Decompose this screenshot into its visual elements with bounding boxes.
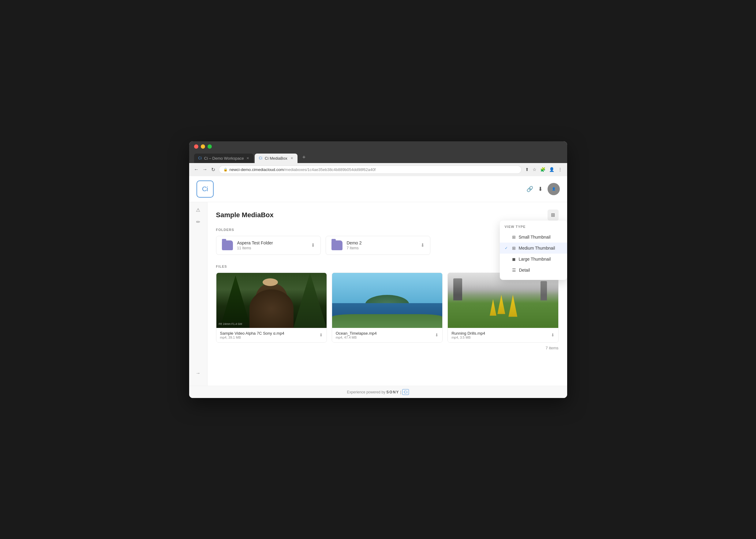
file-thumbnail-forest: FE 24mm F1.4 GM α7C [216, 273, 327, 328]
browser-chrome: Ci Ci – Demo Workspace ✕ Ci Ci MediaBox … [189, 141, 567, 163]
ci-footer-logo: Ci [402, 389, 409, 395]
page-title: Sample MediaBox [216, 211, 274, 219]
back-button[interactable]: ← [194, 167, 199, 172]
folder-count: 11 Items [237, 246, 307, 250]
file-name-1: Sample Video Alpha 7C Sony α.mp4 [220, 331, 284, 336]
file-details-2: Ocean_Timelapse.mp4 mp4, 47.4 MB [336, 331, 377, 339]
sony-logo: SONY [386, 390, 399, 394]
files-grid: FE 24mm F1.4 GM α7C Sample Video Alpha [216, 272, 558, 343]
file-details-1: Sample Video Alpha 7C Sony α.mp4 mp4, 39… [220, 331, 284, 339]
file-download-icon-1[interactable]: ⬇ [319, 333, 323, 338]
folder-name-2: Demo 2 [347, 240, 416, 245]
tab-label-active: Ci MediaBox [265, 156, 288, 161]
reload-button[interactable]: ↻ [211, 167, 215, 173]
url-display: newci-demo.cimediacloud.com/mediaboxes/1… [229, 167, 376, 172]
tab-label: Ci – Demo Workspace [204, 156, 244, 161]
file-card-forest[interactable]: FE 24mm F1.4 GM α7C Sample Video Alpha [216, 272, 327, 343]
folder-name: Aspera Test Folder [237, 240, 307, 245]
ci-logo[interactable]: Ci [197, 181, 213, 197]
file-card-soccer[interactable]: Running Drills.mp4 mp4, 3.5 MB ⬇ [448, 272, 558, 343]
file-meta-2: mp4, 47.4 MB [336, 336, 377, 339]
content-area: Sample MediaBox ⊞ FOLDERS Aspera Test Fo… [208, 202, 567, 386]
file-download-icon-3[interactable]: ⬇ [551, 333, 554, 338]
alert-icon[interactable]: ⚠ [196, 207, 200, 213]
folder-icon-2 [331, 240, 343, 250]
tabs-bar: Ci Ci – Demo Workspace ✕ Ci Ci MediaBox … [194, 152, 562, 163]
camera-label: FE 24mm F1.4 GM [219, 322, 242, 326]
lock-icon: 🔒 [223, 168, 228, 172]
main-layout: ⚠ ✏ → Sample MediaBox ⊞ FOLDERS [189, 202, 567, 386]
new-tab-button[interactable]: + [299, 152, 309, 163]
app-header: Ci 🔗 ⬇ 👤 [189, 176, 567, 202]
folder-info: Aspera Test Folder 11 Items [237, 240, 307, 250]
header-actions: 🔗 ⬇ 👤 [527, 183, 560, 195]
content-footer: 7 items [216, 343, 558, 353]
view-type-dropdown: VIEW TYPE ⊞ Small Thumbnail ✓ ⊞ Medium T… [500, 221, 567, 280]
grid-icon: ⊞ [551, 212, 555, 218]
file-thumbnail-soccer [448, 273, 558, 328]
tab-icon-active: Ci [259, 156, 262, 160]
tab-close-active-icon[interactable]: ✕ [291, 156, 293, 160]
view-option-large-label: Large Thumbnail [519, 257, 551, 262]
edit-icon[interactable]: ✏ [196, 219, 200, 225]
browser-toolbar: ⬆ ☆ 🧩 👤 ⋮ [525, 167, 562, 172]
folder-download-icon-2[interactable]: ⬇ [421, 242, 425, 248]
view-option-small-label: Small Thumbnail [519, 235, 550, 240]
file-info-1: Sample Video Alpha 7C Sony α.mp4 mp4, 39… [216, 328, 327, 342]
menu-icon[interactable]: ⋮ [558, 167, 562, 172]
view-option-small[interactable]: ⊞ Small Thumbnail [500, 232, 567, 243]
file-name-2: Ocean_Timelapse.mp4 [336, 331, 377, 336]
tab-close-icon[interactable]: ✕ [246, 156, 249, 160]
download-icon[interactable]: ⬇ [538, 186, 543, 193]
file-name-3: Running Drills.mp4 [452, 331, 485, 336]
profile-icon[interactable]: 👤 [549, 167, 554, 172]
dropdown-header: VIEW TYPE [500, 225, 567, 232]
extensions-icon[interactable]: 🧩 [540, 167, 546, 172]
sidebar: ⚠ ✏ → [189, 202, 208, 386]
powered-by-text: Experience powered by [347, 390, 385, 394]
address-bar-row: ← → ↻ 🔒 newci-demo.cimediacloud.com/medi… [189, 163, 567, 176]
browser-window: Ci Ci – Demo Workspace ✕ Ci Ci MediaBox … [189, 141, 567, 398]
view-option-detail-label: Detail [519, 268, 530, 272]
view-option-detail[interactable]: ☰ Detail [500, 265, 567, 275]
items-count: 7 items [546, 346, 558, 350]
address-bar[interactable]: 🔒 newci-demo.cimediacloud.com/mediaboxes… [219, 166, 522, 174]
page-footer: Experience powered by SONY | Ci [189, 386, 567, 398]
page-header: Sample MediaBox ⊞ [216, 209, 558, 221]
close-button[interactable] [194, 144, 198, 149]
view-option-medium[interactable]: ✓ ⊞ Medium Thumbnail [500, 243, 567, 254]
large-grid-icon: ◼ [512, 257, 516, 262]
forward-button[interactable]: → [203, 167, 208, 172]
file-details-3: Running Drills.mp4 mp4, 3.5 MB [452, 331, 485, 339]
maximize-button[interactable] [208, 144, 212, 149]
tab-ci-mediabox[interactable]: Ci Ci MediaBox ✕ [255, 154, 297, 163]
medium-grid-icon: ⊞ [512, 246, 516, 251]
view-option-large[interactable]: ◼ Large Thumbnail [500, 254, 567, 265]
file-card-ocean[interactable]: Ocean_Timelapse.mp4 mp4, 47.4 MB ⬇ [332, 272, 443, 343]
bookmark-icon[interactable]: ☆ [533, 167, 537, 172]
view-option-medium-label: Medium Thumbnail [519, 246, 555, 251]
folder-download-icon[interactable]: ⬇ [311, 242, 315, 248]
minimize-button[interactable] [201, 144, 205, 149]
detail-list-icon: ☰ [512, 268, 516, 272]
folder-info-2: Demo 2 7 Items [347, 240, 416, 250]
folder-card-aspera[interactable]: Aspera Test Folder 11 Items ⬇ [216, 236, 321, 255]
file-meta-3: mp4, 3.5 MB [452, 336, 485, 339]
share-icon[interactable]: ⬆ [525, 167, 529, 172]
check-medium: ✓ [505, 246, 509, 250]
file-meta-1: mp4, 39.1 MB [220, 336, 284, 339]
traffic-lights [194, 144, 562, 149]
tab-icon: Ci [198, 156, 202, 160]
small-grid-icon: ⊞ [512, 235, 516, 240]
sidebar-expand-button[interactable]: → [196, 370, 201, 376]
file-info-3: Running Drills.mp4 mp4, 3.5 MB ⬇ [448, 328, 558, 342]
file-info-2: Ocean_Timelapse.mp4 mp4, 47.4 MB ⬇ [332, 328, 442, 342]
folder-count-2: 7 Items [347, 246, 416, 250]
user-avatar[interactable]: 👤 [547, 183, 560, 195]
folders-grid: Aspera Test Folder 11 Items ⬇ Demo 2 7 I… [216, 236, 430, 255]
link-icon[interactable]: 🔗 [527, 186, 533, 193]
tab-ci-demo[interactable]: Ci Ci – Demo Workspace ✕ [194, 154, 253, 163]
file-download-icon-2[interactable]: ⬇ [435, 333, 439, 338]
folder-card-demo2[interactable]: Demo 2 7 Items ⬇ [326, 236, 430, 255]
view-toggle-button[interactable]: ⊞ [547, 209, 558, 221]
